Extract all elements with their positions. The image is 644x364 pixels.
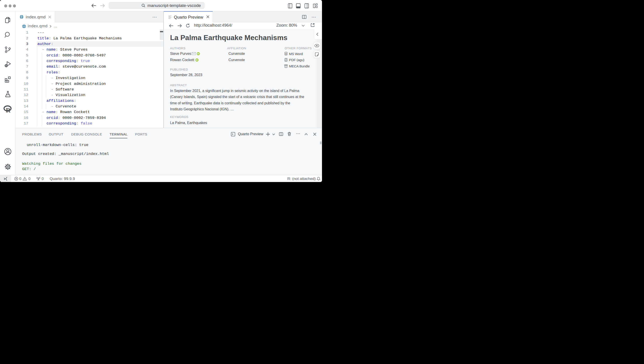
svg-text:iD: iD	[196, 59, 198, 61]
svg-text:W: W	[285, 53, 287, 55]
svg-text:iD: iD	[197, 53, 200, 55]
svg-text:R: R	[6, 107, 10, 114]
